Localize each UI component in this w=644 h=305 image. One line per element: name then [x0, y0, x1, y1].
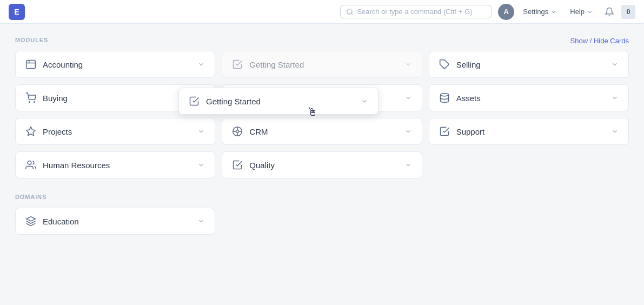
check-square-icon: [232, 59, 243, 70]
module-name-accounting: Accounting: [43, 60, 83, 69]
modules-section-label: MODULES: [15, 37, 629, 43]
projects-icon: [25, 126, 36, 137]
show-hide-cards-link[interactable]: Show / Hide Cards: [570, 37, 629, 45]
accounting-icon: [25, 59, 36, 70]
navbar-right: A Settings Help 0: [498, 4, 635, 20]
modules-grid: Accounting Getting Started: [15, 51, 629, 178]
module-name-quality: Quality: [249, 161, 275, 170]
domains-section: DOMAINS Education: [15, 194, 629, 235]
main-content: Show / Hide Cards MODULES Accounting Get…: [0, 24, 644, 248]
settings-button[interactable]: Settings: [519, 5, 561, 18]
module-name-assets: Assets: [456, 94, 481, 103]
chevron-down-icon: [587, 9, 593, 15]
svg-marker-17: [26, 217, 36, 221]
module-name-projects: Projects: [43, 127, 72, 136]
module-name-education: Education: [43, 217, 79, 226]
chevron-down-icon: [550, 9, 557, 15]
svg-point-0: [347, 9, 352, 14]
module-name-support: Support: [456, 127, 485, 136]
module-name-buying: Buying: [43, 94, 68, 103]
module-card-quality[interactable]: Quality: [222, 151, 422, 178]
svg-point-7: [34, 102, 35, 103]
notification-icon[interactable]: [602, 4, 617, 19]
help-button[interactable]: Help: [566, 5, 597, 18]
svg-rect-2: [26, 61, 36, 69]
module-name-getting-started: Getting Started: [249, 60, 304, 69]
chevron-down-icon: [611, 128, 619, 135]
svg-point-11: [236, 130, 239, 133]
chevron-down-icon: [197, 128, 205, 135]
svg-marker-9: [26, 127, 36, 136]
buying-icon: [25, 92, 36, 103]
dropdown-module-name: Getting Started: [206, 97, 261, 106]
chevron-down-icon: [611, 94, 619, 102]
domains-section-label: DOMAINS: [15, 194, 629, 200]
quality-icon: [232, 160, 243, 170]
tag-icon: [439, 59, 450, 70]
module-name-crm: CRM: [249, 127, 268, 136]
module-card-support[interactable]: Support: [429, 118, 629, 145]
search-icon: [346, 8, 354, 16]
chevron-down-icon: [611, 61, 619, 68]
assets-icon: [439, 92, 450, 103]
module-card-accounting[interactable]: Accounting: [15, 51, 215, 78]
module-card-getting-started-bg[interactable]: Getting Started: [222, 51, 422, 78]
support-icon: [439, 126, 450, 137]
module-card-human-resources[interactable]: Human Resources: [15, 151, 215, 178]
chevron-down-icon: [404, 94, 412, 102]
chevron-down-icon: [197, 161, 205, 169]
svg-point-16: [28, 161, 31, 165]
education-icon: [25, 216, 36, 227]
module-name-selling: Selling: [456, 60, 481, 69]
chevron-down-icon: [197, 217, 205, 225]
svg-point-6: [29, 102, 30, 103]
module-card-education[interactable]: Education: [15, 208, 215, 235]
notification-badge: 0: [621, 5, 635, 19]
crm-icon: [232, 126, 243, 137]
chevron-down-icon: [404, 161, 412, 169]
svg-point-8: [440, 94, 448, 96]
hr-icon: [25, 160, 36, 170]
module-card-projects[interactable]: Projects: [15, 118, 215, 145]
chevron-down-icon: [361, 97, 368, 105]
chevron-down-icon: [197, 61, 205, 68]
app-logo[interactable]: E: [9, 4, 25, 20]
module-card-selling[interactable]: Selling: [429, 51, 629, 78]
module-card-crm[interactable]: CRM: [222, 118, 422, 145]
navbar: E Search or type a command (Ctrl + G) A …: [0, 0, 644, 24]
chevron-down-icon: [404, 128, 412, 135]
check-square-icon: [189, 96, 200, 107]
chevron-down-icon: [404, 61, 412, 68]
search-bar[interactable]: Search or type a command (Ctrl + G): [340, 5, 492, 18]
svg-line-1: [351, 13, 353, 15]
getting-started-dropdown[interactable]: Getting Started: [178, 88, 379, 115]
module-card-assets[interactable]: Assets: [429, 84, 629, 111]
avatar[interactable]: A: [498, 4, 514, 20]
module-name-human-resources: Human Resources: [43, 161, 110, 170]
search-placeholder: Search or type a command (Ctrl + G): [357, 8, 473, 16]
